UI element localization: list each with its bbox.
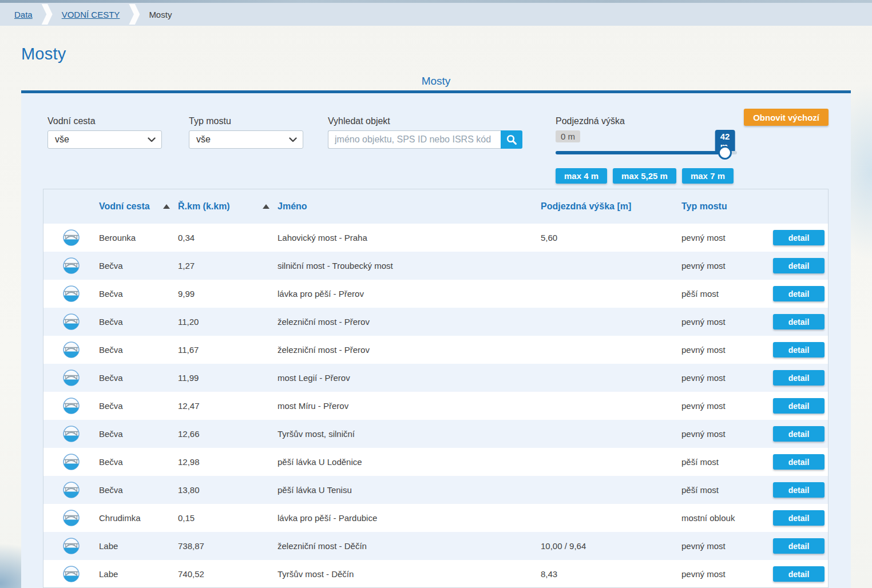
cell-type: pevný most: [681, 345, 773, 355]
waterway-select-value: vše: [55, 134, 69, 145]
cell-waterway: Chrudimka: [99, 513, 178, 523]
column-header-km-label: Ř.km (k.km): [178, 201, 230, 212]
cell-name: lávka pro pěší - Přerov: [278, 289, 541, 299]
search-button[interactable]: [501, 130, 522, 149]
cell-detail: detail: [773, 566, 829, 582]
column-header-type[interactable]: Typ mostu: [681, 201, 773, 212]
breadcrumb-chevron-icon: [129, 4, 140, 25]
detail-button[interactable]: detail: [773, 454, 825, 470]
max-4m-button[interactable]: max 4 m: [556, 168, 607, 184]
cell-type: pevný most: [681, 401, 773, 411]
table-row: Bečva 11,99 most Legií - Přerov pevný mo…: [43, 364, 828, 392]
cell-km: 0,15: [178, 513, 278, 523]
table-row: Chrudimka 0,15 lávka pro pěší - Pardubic…: [43, 504, 828, 532]
column-header-waterway[interactable]: Vodní cesta: [99, 201, 178, 212]
cell-detail: detail: [773, 314, 829, 329]
slider-badges: 0 m 42 m: [556, 130, 737, 144]
quick-max-buttons: max 4 m max 5,25 m max 7 m: [556, 168, 737, 184]
max-525m-button[interactable]: max 5,25 m: [613, 168, 676, 184]
reset-defaults-button[interactable]: Obnovit výchozí: [744, 109, 829, 126]
detail-button[interactable]: detail: [773, 426, 825, 442]
cell-type: pevný most: [681, 261, 773, 271]
table-row: Labe 738,87 železniční most - Děčín 10,0…: [43, 532, 828, 560]
row-icon-cell: [43, 369, 99, 387]
bridge-type-filter-label: Typ mostu: [189, 116, 303, 126]
detail-button[interactable]: detail: [773, 230, 825, 245]
search-icon: [506, 134, 517, 145]
table-row: Bečva 11,67 železniční most - Přerov pev…: [43, 336, 828, 364]
cell-name: pěší lávka U Loděnice: [278, 457, 541, 467]
cell-name: most Míru - Přerov: [278, 401, 541, 411]
clearance-slider-track[interactable]: [556, 151, 737, 154]
row-icon-cell: [43, 509, 99, 527]
breadcrumb-chevron-icon: [42, 4, 53, 25]
cell-type: pevný most: [681, 541, 773, 551]
column-header-clearance[interactable]: Podjezdná výška [m]: [541, 201, 681, 212]
table-row: Bečva 12,47 most Míru - Přerov pevný mos…: [43, 392, 828, 420]
detail-button[interactable]: detail: [773, 398, 825, 414]
waterway-select[interactable]: vše: [47, 130, 162, 149]
detail-button[interactable]: detail: [773, 314, 825, 329]
bridge-icon: [62, 537, 80, 555]
bridge-icon: [62, 397, 80, 415]
cell-km: 738,87: [178, 541, 278, 551]
waterway-filter: Vodní cesta vše: [47, 116, 162, 149]
cell-waterway: Bečva: [99, 373, 178, 383]
bridge-icon: [62, 565, 80, 583]
cell-name: most Legií - Přerov: [278, 373, 541, 383]
tab-mosty[interactable]: Mosty: [0, 75, 872, 88]
detail-button[interactable]: detail: [773, 258, 825, 273]
detail-button[interactable]: detail: [773, 510, 825, 526]
detail-button[interactable]: detail: [773, 566, 825, 582]
cell-km: 1,27: [178, 261, 278, 271]
row-icon-cell: [43, 313, 99, 331]
cell-detail: detail: [773, 482, 829, 498]
cell-type: mostní oblouk: [681, 513, 773, 523]
cell-type: pevný most: [681, 233, 773, 243]
cell-name: pěší lávka U Tenisu: [278, 485, 541, 495]
detail-button[interactable]: detail: [773, 538, 825, 554]
row-icon-cell: [43, 481, 99, 499]
content-section: Vodní cesta vše Typ mostu vše Vyhledat o…: [21, 93, 851, 588]
table-row: Bečva 12,66 Tyršův most, silniční pevný …: [43, 420, 828, 448]
column-header-name[interactable]: Jméno: [278, 201, 541, 212]
cell-type: pevný most: [681, 569, 773, 579]
cell-km: 12,98: [178, 457, 278, 467]
search-input[interactable]: [328, 130, 501, 149]
cell-type: pevný most: [681, 429, 773, 439]
cell-detail: detail: [773, 454, 829, 470]
detail-button[interactable]: detail: [773, 482, 825, 498]
bridge-icon: [62, 229, 80, 247]
cell-name: silniční most - Troubecký most: [278, 261, 541, 271]
detail-button[interactable]: detail: [773, 286, 825, 301]
column-header-km[interactable]: Ř.km (k.km): [178, 201, 278, 212]
slider-min-badge: 0 m: [556, 130, 580, 142]
bridge-type-select-value: vše: [196, 134, 211, 145]
cell-km: 12,47: [178, 401, 278, 411]
bridge-icon: [62, 341, 80, 359]
detail-button[interactable]: detail: [773, 342, 825, 357]
bridge-icon: [62, 509, 80, 527]
sort-ascending-icon: [263, 204, 269, 209]
cell-waterway: Bečva: [99, 429, 178, 439]
cell-km: 13,80: [178, 485, 278, 495]
cell-waterway: Labe: [99, 569, 178, 579]
row-icon-cell: [43, 257, 99, 275]
cell-name: Lahovický most - Praha: [278, 233, 541, 243]
clearance-slider-thumb[interactable]: [718, 146, 732, 160]
page-title: Mosty: [21, 45, 66, 63]
max-7m-button[interactable]: max 7 m: [682, 168, 734, 184]
bridge-type-select[interactable]: vše: [189, 130, 303, 149]
cell-name: lávka pro pěší - Pardubice: [278, 513, 541, 523]
table-row: Bečva 11,20 železniční most - Přerov pev…: [43, 308, 828, 336]
breadcrumb-link-vodni-cesty[interactable]: VODNÍ CESTY: [62, 10, 120, 19]
detail-button[interactable]: detail: [773, 370, 825, 386]
cell-detail: detail: [773, 398, 829, 414]
cell-detail: detail: [773, 230, 829, 245]
chevron-down-icon: [289, 137, 297, 142]
breadcrumb-link-data[interactable]: Data: [14, 10, 33, 19]
object-search: Vyhledat objekt: [328, 116, 522, 149]
cell-name: Tyršův most, silniční: [278, 429, 541, 439]
clearance-filter-label: Podjezdná výška: [556, 116, 737, 126]
bridge-icon: [62, 481, 80, 499]
